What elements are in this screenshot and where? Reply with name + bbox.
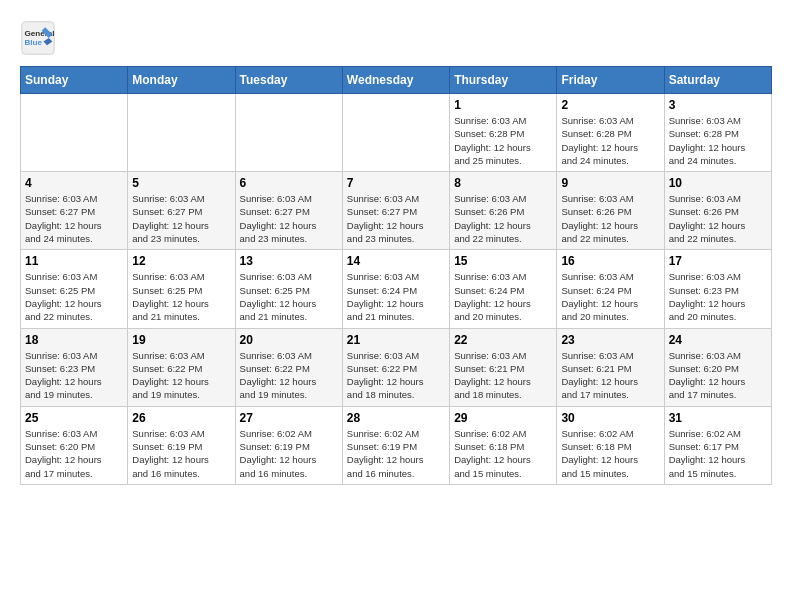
calendar-week-2: 4Sunrise: 6:03 AM Sunset: 6:27 PM Daylig…: [21, 172, 772, 250]
day-number: 6: [240, 176, 338, 190]
calendar-cell: 11Sunrise: 6:03 AM Sunset: 6:25 PM Dayli…: [21, 250, 128, 328]
calendar-cell: 26Sunrise: 6:03 AM Sunset: 6:19 PM Dayli…: [128, 406, 235, 484]
day-number: 18: [25, 333, 123, 347]
day-info: Sunrise: 6:03 AM Sunset: 6:24 PM Dayligh…: [561, 270, 659, 323]
logo-icon: General Blue: [20, 20, 56, 56]
day-number: 5: [132, 176, 230, 190]
weekday-header-friday: Friday: [557, 67, 664, 94]
page-header: General Blue: [20, 20, 772, 56]
day-number: 25: [25, 411, 123, 425]
day-info: Sunrise: 6:03 AM Sunset: 6:20 PM Dayligh…: [669, 349, 767, 402]
day-info: Sunrise: 6:03 AM Sunset: 6:24 PM Dayligh…: [454, 270, 552, 323]
calendar-cell: 6Sunrise: 6:03 AM Sunset: 6:27 PM Daylig…: [235, 172, 342, 250]
calendar-cell: 24Sunrise: 6:03 AM Sunset: 6:20 PM Dayli…: [664, 328, 771, 406]
calendar-cell: 21Sunrise: 6:03 AM Sunset: 6:22 PM Dayli…: [342, 328, 449, 406]
day-number: 4: [25, 176, 123, 190]
day-info: Sunrise: 6:03 AM Sunset: 6:27 PM Dayligh…: [132, 192, 230, 245]
weekday-header-thursday: Thursday: [450, 67, 557, 94]
calendar-header: SundayMondayTuesdayWednesdayThursdayFrid…: [21, 67, 772, 94]
day-info: Sunrise: 6:03 AM Sunset: 6:19 PM Dayligh…: [132, 427, 230, 480]
weekday-header-monday: Monday: [128, 67, 235, 94]
day-info: Sunrise: 6:02 AM Sunset: 6:19 PM Dayligh…: [240, 427, 338, 480]
calendar-cell: 23Sunrise: 6:03 AM Sunset: 6:21 PM Dayli…: [557, 328, 664, 406]
calendar-cell: 22Sunrise: 6:03 AM Sunset: 6:21 PM Dayli…: [450, 328, 557, 406]
calendar-cell: 7Sunrise: 6:03 AM Sunset: 6:27 PM Daylig…: [342, 172, 449, 250]
day-number: 12: [132, 254, 230, 268]
calendar-cell: [342, 94, 449, 172]
day-number: 3: [669, 98, 767, 112]
day-info: Sunrise: 6:03 AM Sunset: 6:28 PM Dayligh…: [561, 114, 659, 167]
day-info: Sunrise: 6:03 AM Sunset: 6:25 PM Dayligh…: [25, 270, 123, 323]
calendar-cell: 17Sunrise: 6:03 AM Sunset: 6:23 PM Dayli…: [664, 250, 771, 328]
day-number: 29: [454, 411, 552, 425]
day-number: 21: [347, 333, 445, 347]
calendar-week-4: 18Sunrise: 6:03 AM Sunset: 6:23 PM Dayli…: [21, 328, 772, 406]
day-number: 1: [454, 98, 552, 112]
day-info: Sunrise: 6:03 AM Sunset: 6:25 PM Dayligh…: [240, 270, 338, 323]
day-number: 20: [240, 333, 338, 347]
day-number: 7: [347, 176, 445, 190]
day-number: 24: [669, 333, 767, 347]
day-info: Sunrise: 6:02 AM Sunset: 6:19 PM Dayligh…: [347, 427, 445, 480]
calendar-week-1: 1Sunrise: 6:03 AM Sunset: 6:28 PM Daylig…: [21, 94, 772, 172]
day-info: Sunrise: 6:03 AM Sunset: 6:28 PM Dayligh…: [669, 114, 767, 167]
day-number: 23: [561, 333, 659, 347]
logo: General Blue: [20, 20, 56, 56]
calendar-cell: 16Sunrise: 6:03 AM Sunset: 6:24 PM Dayli…: [557, 250, 664, 328]
calendar-cell: 15Sunrise: 6:03 AM Sunset: 6:24 PM Dayli…: [450, 250, 557, 328]
day-info: Sunrise: 6:02 AM Sunset: 6:18 PM Dayligh…: [454, 427, 552, 480]
calendar-cell: 8Sunrise: 6:03 AM Sunset: 6:26 PM Daylig…: [450, 172, 557, 250]
day-number: 9: [561, 176, 659, 190]
calendar-cell: [21, 94, 128, 172]
day-info: Sunrise: 6:03 AM Sunset: 6:23 PM Dayligh…: [25, 349, 123, 402]
weekday-header-saturday: Saturday: [664, 67, 771, 94]
day-number: 8: [454, 176, 552, 190]
day-info: Sunrise: 6:03 AM Sunset: 6:28 PM Dayligh…: [454, 114, 552, 167]
calendar-cell: 25Sunrise: 6:03 AM Sunset: 6:20 PM Dayli…: [21, 406, 128, 484]
calendar-cell: 9Sunrise: 6:03 AM Sunset: 6:26 PM Daylig…: [557, 172, 664, 250]
calendar-cell: 10Sunrise: 6:03 AM Sunset: 6:26 PM Dayli…: [664, 172, 771, 250]
day-number: 27: [240, 411, 338, 425]
calendar-cell: 28Sunrise: 6:02 AM Sunset: 6:19 PM Dayli…: [342, 406, 449, 484]
day-info: Sunrise: 6:03 AM Sunset: 6:21 PM Dayligh…: [561, 349, 659, 402]
calendar-week-3: 11Sunrise: 6:03 AM Sunset: 6:25 PM Dayli…: [21, 250, 772, 328]
weekday-header-row: SundayMondayTuesdayWednesdayThursdayFrid…: [21, 67, 772, 94]
day-info: Sunrise: 6:03 AM Sunset: 6:27 PM Dayligh…: [25, 192, 123, 245]
calendar-cell: 4Sunrise: 6:03 AM Sunset: 6:27 PM Daylig…: [21, 172, 128, 250]
day-number: 17: [669, 254, 767, 268]
calendar-cell: 3Sunrise: 6:03 AM Sunset: 6:28 PM Daylig…: [664, 94, 771, 172]
day-number: 28: [347, 411, 445, 425]
calendar-cell: 19Sunrise: 6:03 AM Sunset: 6:22 PM Dayli…: [128, 328, 235, 406]
svg-text:Blue: Blue: [25, 38, 43, 47]
day-info: Sunrise: 6:02 AM Sunset: 6:18 PM Dayligh…: [561, 427, 659, 480]
day-info: Sunrise: 6:03 AM Sunset: 6:27 PM Dayligh…: [240, 192, 338, 245]
calendar-cell: 5Sunrise: 6:03 AM Sunset: 6:27 PM Daylig…: [128, 172, 235, 250]
calendar-cell: [128, 94, 235, 172]
day-number: 22: [454, 333, 552, 347]
day-number: 11: [25, 254, 123, 268]
calendar-cell: 30Sunrise: 6:02 AM Sunset: 6:18 PM Dayli…: [557, 406, 664, 484]
day-number: 26: [132, 411, 230, 425]
calendar-cell: 14Sunrise: 6:03 AM Sunset: 6:24 PM Dayli…: [342, 250, 449, 328]
calendar-cell: 27Sunrise: 6:02 AM Sunset: 6:19 PM Dayli…: [235, 406, 342, 484]
day-info: Sunrise: 6:03 AM Sunset: 6:26 PM Dayligh…: [669, 192, 767, 245]
weekday-header-tuesday: Tuesday: [235, 67, 342, 94]
weekday-header-sunday: Sunday: [21, 67, 128, 94]
day-number: 13: [240, 254, 338, 268]
day-info: Sunrise: 6:03 AM Sunset: 6:22 PM Dayligh…: [240, 349, 338, 402]
calendar-cell: 2Sunrise: 6:03 AM Sunset: 6:28 PM Daylig…: [557, 94, 664, 172]
calendar-cell: 29Sunrise: 6:02 AM Sunset: 6:18 PM Dayli…: [450, 406, 557, 484]
calendar-cell: 1Sunrise: 6:03 AM Sunset: 6:28 PM Daylig…: [450, 94, 557, 172]
calendar-cell: 20Sunrise: 6:03 AM Sunset: 6:22 PM Dayli…: [235, 328, 342, 406]
day-info: Sunrise: 6:03 AM Sunset: 6:25 PM Dayligh…: [132, 270, 230, 323]
calendar-body: 1Sunrise: 6:03 AM Sunset: 6:28 PM Daylig…: [21, 94, 772, 485]
day-info: Sunrise: 6:03 AM Sunset: 6:23 PM Dayligh…: [669, 270, 767, 323]
calendar-table: SundayMondayTuesdayWednesdayThursdayFrid…: [20, 66, 772, 485]
calendar-cell: 18Sunrise: 6:03 AM Sunset: 6:23 PM Dayli…: [21, 328, 128, 406]
day-info: Sunrise: 6:03 AM Sunset: 6:26 PM Dayligh…: [561, 192, 659, 245]
day-number: 30: [561, 411, 659, 425]
day-number: 14: [347, 254, 445, 268]
calendar-cell: 31Sunrise: 6:02 AM Sunset: 6:17 PM Dayli…: [664, 406, 771, 484]
day-info: Sunrise: 6:03 AM Sunset: 6:21 PM Dayligh…: [454, 349, 552, 402]
day-number: 15: [454, 254, 552, 268]
